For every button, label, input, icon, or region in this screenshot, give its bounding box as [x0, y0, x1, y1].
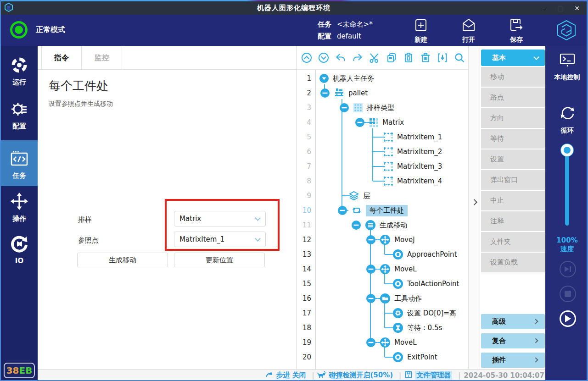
maximize-button[interactable]: ▢ [554, 3, 567, 14]
collapse-minus-icon[interactable] [355, 117, 365, 127]
tab-instruction[interactable]: 指令 [41, 46, 82, 70]
palette-item-abort[interactable]: 中止 [481, 191, 545, 210]
step-forward-button[interactable] [560, 261, 576, 277]
tree-node-label: ExitPoint [407, 353, 437, 361]
tree-row[interactable]: 13 ApproachPoint [297, 247, 468, 262]
tree-row[interactable]: 18 等待 : 0.5s [297, 320, 468, 335]
minimize-button[interactable]: – [537, 3, 551, 14]
palette-item-folder[interactable]: 文件夹 [481, 232, 545, 252]
line-number: 14 [297, 265, 315, 273]
collapse-minus-icon[interactable] [366, 337, 376, 348]
waypoint-icon [392, 249, 403, 260]
new-task-button[interactable]: 新建 [405, 17, 437, 44]
collision-detection-toggle[interactable]: 碰撞检测开启(50%) [317, 370, 393, 381]
sidebar-item-io[interactable]: IO [1, 235, 38, 265]
search-icon[interactable] [454, 52, 465, 64]
tree-row[interactable]: 17 设置 DO[0]=高 [297, 306, 468, 320]
close-button[interactable]: ✕ [570, 3, 584, 14]
palette-group-advanced[interactable]: 高级 [481, 314, 545, 329]
stop-button[interactable] [560, 286, 576, 302]
collapse-minus-icon[interactable] [337, 205, 347, 215]
palette-header-basic[interactable]: 基本 [481, 50, 545, 66]
sidebar-label-task: 任务 [1, 171, 38, 180]
chevron-right-icon [533, 357, 538, 362]
speed-label: 速度 [545, 245, 588, 254]
palette-item-set[interactable]: 设置 [481, 149, 545, 169]
tree-row[interactable]: 20 ExitPoint [297, 350, 468, 364]
insert-icon[interactable] [437, 52, 448, 64]
tree-row[interactable]: 14 MoveL [297, 262, 468, 276]
step-mode-toggle[interactable]: 步进 关闭 [265, 370, 306, 381]
speed-slider[interactable] [545, 143, 588, 235]
tree-row[interactable]: 9 层 [297, 188, 468, 203]
palette-item-direction[interactable]: 方向 [481, 108, 545, 128]
tree-row[interactable]: 15 ToolActionPoint [297, 276, 468, 291]
collapse-minus-icon[interactable] [366, 264, 376, 274]
delete-icon[interactable] [420, 52, 431, 64]
collapse-down-icon[interactable] [318, 52, 330, 64]
loop-mode-button[interactable]: 循环 [545, 104, 588, 135]
tree-row[interactable]: 1 机器人主任务 [297, 71, 468, 86]
tree-row[interactable]: 3 排样类型 [297, 100, 468, 115]
palette-item-wait[interactable]: 等待 [481, 129, 545, 149]
tree-row[interactable]: 12 MoveJ [297, 232, 468, 247]
tree-row-selected[interactable]: 10 每个工件处 [297, 203, 468, 218]
tree-row[interactable]: 7 MatrixItem_3 [297, 159, 468, 174]
tree-row[interactable]: 4 Matrix [297, 115, 468, 130]
collapse-minus-icon[interactable] [366, 235, 376, 245]
palette-item-payload[interactable]: 设置负载 [481, 253, 545, 272]
pattern-select[interactable]: Matrix [174, 211, 266, 226]
sidebar-item-run[interactable]: 运行 [1, 56, 38, 87]
sidebar-label-config: 配置 [1, 122, 38, 131]
refpoint-select[interactable]: MatrixItem_1 [174, 232, 266, 247]
redo-icon[interactable] [352, 52, 364, 64]
update-position-button[interactable]: 更新位置 [174, 253, 265, 267]
tree-row[interactable]: 19 MoveL [297, 335, 468, 350]
sidebar-item-operate[interactable]: 操作 [1, 192, 38, 223]
tree-row[interactable]: 2 pallet [297, 86, 468, 100]
palette-item-waypoint[interactable]: 路点 [481, 88, 545, 107]
tree-row[interactable]: 5 MatrixItem_1 [297, 130, 468, 144]
sidebar-item-task[interactable]: 任务 [1, 140, 38, 186]
expander-down-icon[interactable] [319, 73, 329, 83]
tree-row[interactable]: 8 MatrixItem_4 [297, 174, 468, 188]
collapse-minus-icon[interactable] [320, 88, 330, 98]
sidebar-item-config[interactable]: 配置 [1, 100, 38, 131]
tab-monitor[interactable]: 监控 [82, 46, 122, 70]
collapse-minus-icon[interactable] [339, 103, 349, 113]
move-icon [380, 264, 391, 275]
palette-item-popup[interactable]: 弹出窗口 [481, 170, 545, 190]
undo-icon[interactable] [335, 52, 347, 64]
tree-row[interactable]: 11 生成移动 [297, 218, 468, 232]
palette-groups: 高级 复合 插件 [481, 314, 545, 372]
palette-group-composite[interactable]: 复合 [481, 333, 545, 348]
slider-track[interactable] [565, 149, 569, 226]
local-control-button[interactable]: 本地控制 [545, 52, 588, 82]
palette-item-move[interactable]: 移动 [481, 67, 545, 87]
collapse-up-icon[interactable] [301, 52, 313, 64]
tree-row[interactable]: 6 MatrixItem_2 [297, 144, 468, 159]
palette-group-plugin[interactable]: 插件 [481, 353, 545, 368]
config-label: 配置 [318, 30, 331, 42]
tree-node-label: ToolActionPoint [407, 280, 459, 288]
slider-thumb[interactable] [561, 144, 573, 156]
open-task-button[interactable]: 打开 [453, 17, 485, 44]
collapse-minus-icon[interactable] [351, 220, 361, 230]
palette-item-comment[interactable]: 注释 [481, 211, 545, 231]
copy-icon[interactable] [386, 52, 398, 64]
save-task-button[interactable]: 保存 [500, 17, 532, 44]
line-number: 15 [297, 280, 315, 288]
play-button[interactable] [560, 310, 576, 327]
tree-row[interactable]: 16 工具动作 [297, 291, 468, 306]
paste-icon[interactable] [403, 52, 414, 64]
tree-node-label: MoveL [394, 265, 417, 273]
collision-detection-label: 碰撞检测开启(50%) [329, 371, 393, 380]
tree-node-label: MoveL [394, 338, 417, 347]
cut-icon[interactable] [369, 52, 381, 64]
task-label: 任务 [318, 18, 331, 30]
generate-move-button[interactable]: 生成移动 [77, 253, 168, 267]
main-panel: 指令 监控 每个工件处 设置参照点并生成移动 排样 Matrix 参照点 Mat… [38, 46, 297, 369]
panel-collapse-handle[interactable] [468, 46, 480, 369]
collapse-minus-icon[interactable] [366, 293, 376, 304]
file-manager-button[interactable]: 文件管理器 [404, 370, 452, 381]
